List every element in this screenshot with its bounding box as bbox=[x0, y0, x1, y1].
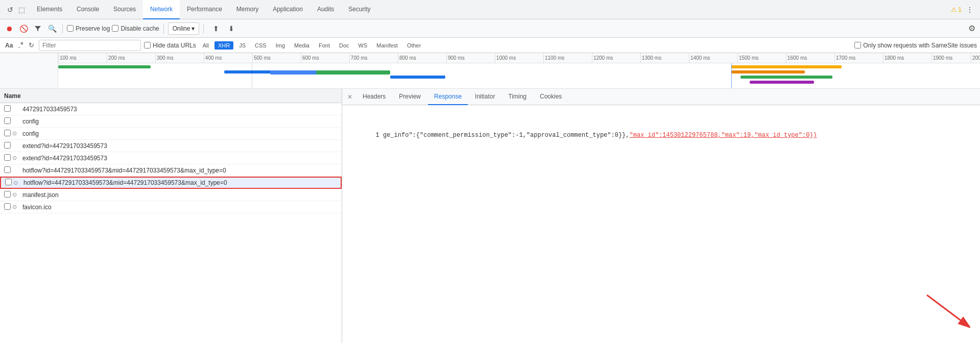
row-checkbox[interactable] bbox=[5, 179, 13, 187]
disable-cache-label[interactable]: Disable cache bbox=[112, 25, 159, 32]
tab-performance[interactable]: Performance bbox=[180, 0, 229, 19]
filter-tag-manifest[interactable]: Manifest bbox=[373, 41, 401, 50]
filter-input[interactable] bbox=[39, 40, 140, 51]
row-name: hotflow?id=4472917033459573&mid=44729170… bbox=[23, 179, 337, 186]
row-status-icon: ⊙ bbox=[13, 180, 23, 186]
disable-cache-checkbox[interactable] bbox=[112, 25, 118, 32]
table-row[interactable]: ⊙ config bbox=[0, 128, 342, 140]
filter-bar: Aa .* ↻ Hide data URLs All XHR JS CSS Im… bbox=[0, 38, 980, 53]
tbar-4 bbox=[316, 70, 390, 75]
filter-tag-font[interactable]: Font bbox=[315, 41, 333, 50]
tab-preview[interactable]: Preview bbox=[393, 89, 427, 105]
response-area[interactable]: 1 ge_info":{"comment_permission_type":-1… bbox=[342, 105, 980, 343]
row-status-icon: ⊙ bbox=[12, 191, 22, 198]
table-row[interactable]: 4472917033459573 bbox=[0, 103, 342, 115]
filter-tag-other[interactable]: Other bbox=[403, 41, 425, 50]
tick-1500: 1500 ms bbox=[737, 53, 758, 63]
filter-tag-all[interactable]: All bbox=[199, 41, 212, 50]
table-row[interactable]: ⊙ favicon.ico bbox=[0, 201, 342, 213]
row-checkbox[interactable] bbox=[4, 154, 12, 162]
samesite-label[interactable]: Only show requests with SameSite issues bbox=[854, 42, 977, 49]
filter-tag-media[interactable]: Media bbox=[291, 41, 313, 50]
settings-icon[interactable]: ⚙ bbox=[967, 23, 977, 34]
tick-400: 400 ms bbox=[204, 53, 222, 63]
chevron-down-icon: ▾ bbox=[192, 25, 195, 32]
row-checkbox[interactable] bbox=[4, 203, 12, 211]
row-checkbox[interactable] bbox=[4, 105, 12, 113]
table-row[interactable]: hotflow?id=4472917033459573&mid=44729170… bbox=[0, 164, 342, 177]
record-button[interactable]: ⏺ bbox=[3, 22, 15, 35]
tab-headers[interactable]: Headers bbox=[356, 89, 392, 105]
more-options-icon[interactable]: ⋮ bbox=[966, 6, 974, 14]
separator3 bbox=[203, 23, 204, 34]
aa-button[interactable]: Aa bbox=[3, 41, 15, 50]
row-name: extend?id=4472917033459573 bbox=[22, 142, 338, 150]
tick-1300: 1300 ms bbox=[640, 53, 661, 63]
table-row[interactable]: config bbox=[0, 115, 342, 128]
toolbar2: ⏺ 🚫 🔍 Preserve log Disable cache Online … bbox=[0, 19, 980, 38]
warning-badge[interactable]: ⚠ 1 bbox=[951, 6, 962, 13]
filter-input-wrap bbox=[39, 40, 141, 51]
filter-tags: All XHR JS CSS Img Media Font Doc WS Man… bbox=[199, 41, 425, 50]
back-icon[interactable]: ↺ bbox=[6, 6, 14, 14]
request-table-header: Name bbox=[0, 89, 342, 103]
close-detail-button[interactable]: ✕ bbox=[344, 93, 355, 101]
tbar-8 bbox=[740, 76, 833, 79]
export-button[interactable]: ⬇ bbox=[225, 22, 237, 35]
tab-sources[interactable]: Sources bbox=[106, 0, 143, 19]
search-button[interactable]: 🔍 bbox=[46, 22, 58, 35]
filter-tag-doc[interactable]: Doc bbox=[336, 41, 353, 50]
row-name: config bbox=[22, 130, 338, 137]
tab-cookies[interactable]: Cookies bbox=[534, 89, 568, 105]
table-row[interactable]: ⊙ manifest.json bbox=[0, 189, 342, 201]
tab-application[interactable]: Application bbox=[266, 0, 310, 19]
import-button[interactable]: ⬆ bbox=[210, 22, 222, 35]
filter-tag-xhr[interactable]: XHR bbox=[214, 41, 233, 50]
table-row[interactable]: ⊙ extend?id=4472917033459573 bbox=[0, 152, 342, 164]
dot-button[interactable]: .* bbox=[18, 41, 23, 50]
clear-button[interactable]: 🚫 bbox=[17, 22, 30, 35]
vline-1 bbox=[252, 63, 252, 88]
tick-1600: 1600 ms bbox=[786, 53, 807, 63]
filter-tag-ws[interactable]: WS bbox=[355, 41, 371, 50]
dock-icon[interactable]: ⬚ bbox=[17, 6, 26, 14]
tab-memory[interactable]: Memory bbox=[229, 0, 266, 19]
table-row[interactable]: extend?id=4472917033459573 bbox=[0, 140, 342, 152]
tab-security[interactable]: Security bbox=[341, 0, 377, 19]
preserve-log-checkbox[interactable] bbox=[67, 25, 74, 32]
tick-600: 600 ms bbox=[301, 53, 319, 63]
tab-elements[interactable]: Elements bbox=[30, 0, 69, 19]
tick-1100: 1100 ms bbox=[543, 53, 564, 63]
filter-tag-css[interactable]: CSS bbox=[251, 41, 270, 50]
timeline-area: 100 ms 200 ms 300 ms 400 ms 500 ms 600 m… bbox=[0, 53, 980, 89]
refresh-button[interactable]: ↻ bbox=[27, 41, 36, 50]
samesite-checkbox[interactable] bbox=[854, 42, 861, 48]
filter-tag-img[interactable]: Img bbox=[272, 41, 289, 50]
hide-data-urls-checkbox[interactable] bbox=[144, 42, 151, 48]
tbar-6 bbox=[731, 65, 842, 68]
row-checkbox[interactable] bbox=[4, 142, 12, 150]
tab-console[interactable]: Console bbox=[69, 0, 106, 19]
tick-2000: 200 bbox=[971, 53, 980, 63]
table-row[interactable]: ⊙ hotflow?id=4472917033459573&mid=447291… bbox=[0, 177, 342, 189]
filter-tag-js[interactable]: JS bbox=[235, 41, 249, 50]
tab-response[interactable]: Response bbox=[428, 89, 468, 105]
hide-data-urls-label[interactable]: Hide data URLs bbox=[144, 42, 196, 49]
tab-audits[interactable]: Audits bbox=[310, 0, 341, 19]
row-checkbox[interactable] bbox=[4, 130, 12, 138]
row-checkbox[interactable] bbox=[4, 166, 12, 175]
tab-network[interactable]: Network bbox=[143, 0, 180, 19]
timeline-ruler: 100 ms 200 ms 300 ms 400 ms 500 ms 600 m… bbox=[58, 53, 980, 63]
tab-timing[interactable]: Timing bbox=[502, 89, 533, 105]
row-checkbox[interactable] bbox=[4, 117, 12, 126]
tab-initiator[interactable]: Initiator bbox=[469, 89, 501, 105]
main-area: Name 4472917033459573 config ⊙ config bbox=[0, 89, 980, 343]
separator2 bbox=[163, 23, 164, 34]
tick-1400: 1400 ms bbox=[689, 53, 710, 63]
throttle-dropdown[interactable]: Online ▾ bbox=[168, 22, 200, 35]
row-checkbox[interactable] bbox=[4, 191, 12, 199]
tick-1000: 1000 ms bbox=[495, 53, 516, 63]
filter-icon[interactable] bbox=[32, 22, 44, 35]
tick-900: 900 ms bbox=[446, 53, 465, 63]
preserve-log-label[interactable]: Preserve log bbox=[67, 25, 110, 32]
